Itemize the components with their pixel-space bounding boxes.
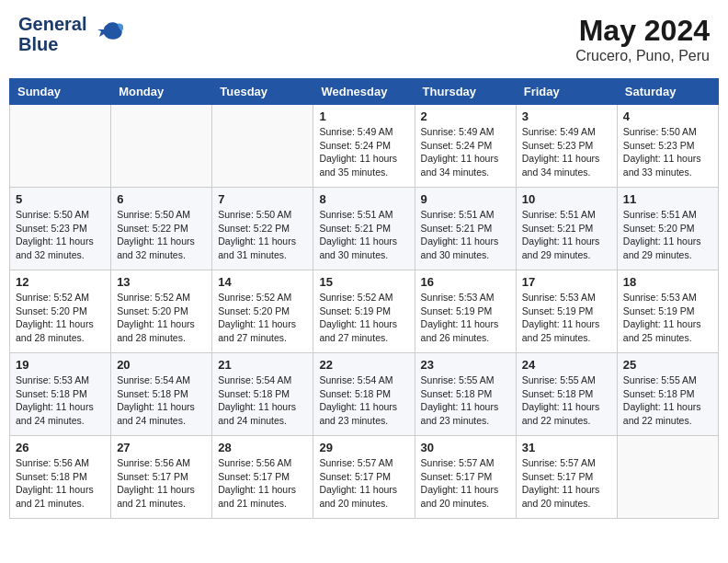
day-number: 4 [623,109,712,123]
day-number: 16 [421,275,510,289]
day-number: 31 [522,441,611,454]
day-info: Sunrise: 5:51 AM Sunset: 5:21 PM Dayligh… [319,208,408,262]
day-of-week-saturday: Saturday [617,79,718,105]
day-info: Sunrise: 5:54 AM Sunset: 5:18 PM Dayligh… [117,373,206,428]
calendar-table: SundayMondayTuesdayWednesdayThursdayFrid… [9,78,719,519]
day-number: 19 [16,358,105,372]
calendar-cell: 18Sunrise: 5:53 AM Sunset: 5:19 PM Dayli… [617,270,718,353]
day-info: Sunrise: 5:49 AM Sunset: 5:23 PM Dayligh… [522,125,611,179]
day-info: Sunrise: 5:54 AM Sunset: 5:18 PM Dayligh… [319,373,408,428]
title-block: May 2024 Crucero, Puno, Peru [575,14,710,64]
calendar-cell [111,105,212,188]
calendar-cell: 30Sunrise: 5:57 AM Sunset: 5:17 PM Dayli… [415,436,516,519]
day-number: 21 [218,358,307,372]
day-info: Sunrise: 5:49 AM Sunset: 5:24 PM Dayligh… [319,125,408,179]
day-info: Sunrise: 5:57 AM Sunset: 5:17 PM Dayligh… [522,456,611,511]
day-number: 26 [16,441,105,454]
day-number: 7 [218,192,307,206]
calendar-cell [10,105,111,188]
calendar-week-1: 1Sunrise: 5:49 AM Sunset: 5:24 PM Daylig… [10,105,719,188]
day-info: Sunrise: 5:53 AM Sunset: 5:19 PM Dayligh… [421,291,510,345]
logo-text2: Blue [18,34,58,54]
day-info: Sunrise: 5:50 AM Sunset: 5:22 PM Dayligh… [218,208,307,262]
main-title: May 2024 [575,14,710,48]
calendar-cell: 29Sunrise: 5:57 AM Sunset: 5:17 PM Dayli… [313,436,415,519]
calendar-cell: 8Sunrise: 5:51 AM Sunset: 5:21 PM Daylig… [313,188,415,270]
subtitle: Crucero, Puno, Peru [575,48,710,64]
calendar-cell: 17Sunrise: 5:53 AM Sunset: 5:19 PM Dayli… [516,270,617,353]
day-number: 12 [16,275,105,289]
calendar-cell: 28Sunrise: 5:56 AM Sunset: 5:17 PM Dayli… [212,436,313,519]
calendar-cell: 7Sunrise: 5:50 AM Sunset: 5:22 PM Daylig… [212,188,313,270]
calendar-week-3: 12Sunrise: 5:52 AM Sunset: 5:20 PM Dayli… [10,270,719,353]
calendar-cell: 24Sunrise: 5:55 AM Sunset: 5:18 PM Dayli… [516,353,617,436]
logo: General Blue [18,14,123,54]
day-of-week-monday: Monday [111,79,212,105]
calendar-body: 1Sunrise: 5:49 AM Sunset: 5:24 PM Daylig… [10,105,719,519]
day-number: 27 [117,441,206,454]
day-number: 5 [16,192,105,206]
day-info: Sunrise: 5:49 AM Sunset: 5:24 PM Dayligh… [421,125,510,179]
calendar-cell: 3Sunrise: 5:49 AM Sunset: 5:23 PM Daylig… [516,105,617,188]
day-info: Sunrise: 5:52 AM Sunset: 5:20 PM Dayligh… [218,291,307,345]
day-number: 29 [319,441,408,454]
day-info: Sunrise: 5:51 AM Sunset: 5:21 PM Dayligh… [421,208,510,262]
day-number: 13 [117,275,206,289]
calendar-cell: 22Sunrise: 5:54 AM Sunset: 5:18 PM Dayli… [313,353,415,436]
day-of-week-friday: Friday [516,79,617,105]
calendar-cell: 15Sunrise: 5:52 AM Sunset: 5:19 PM Dayli… [313,270,415,353]
day-info: Sunrise: 5:55 AM Sunset: 5:18 PM Dayligh… [522,373,611,428]
day-number: 17 [522,275,611,289]
calendar-cell: 12Sunrise: 5:52 AM Sunset: 5:20 PM Dayli… [10,270,111,353]
day-number: 1 [319,109,408,123]
calendar-cell: 31Sunrise: 5:57 AM Sunset: 5:17 PM Dayli… [516,436,617,519]
calendar-week-5: 26Sunrise: 5:56 AM Sunset: 5:18 PM Dayli… [10,436,719,519]
day-info: Sunrise: 5:50 AM Sunset: 5:22 PM Dayligh… [117,208,206,262]
day-info: Sunrise: 5:52 AM Sunset: 5:20 PM Dayligh… [16,291,105,345]
day-number: 10 [522,192,611,206]
calendar-cell: 19Sunrise: 5:53 AM Sunset: 5:18 PM Dayli… [10,353,111,436]
calendar-cell: 25Sunrise: 5:55 AM Sunset: 5:18 PM Dayli… [617,353,718,436]
day-number: 25 [623,358,712,372]
day-info: Sunrise: 5:53 AM Sunset: 5:18 PM Dayligh… [16,373,105,428]
calendar-cell: 6Sunrise: 5:50 AM Sunset: 5:22 PM Daylig… [111,188,212,270]
day-info: Sunrise: 5:56 AM Sunset: 5:17 PM Dayligh… [117,456,206,511]
day-number: 3 [522,109,611,123]
day-of-week-wednesday: Wednesday [313,79,415,105]
calendar-cell: 1Sunrise: 5:49 AM Sunset: 5:24 PM Daylig… [313,105,415,188]
day-info: Sunrise: 5:54 AM Sunset: 5:18 PM Dayligh… [218,373,307,428]
day-number: 30 [421,441,510,454]
day-number: 15 [319,275,408,289]
day-info: Sunrise: 5:56 AM Sunset: 5:17 PM Dayligh… [218,456,307,511]
day-info: Sunrise: 5:51 AM Sunset: 5:21 PM Dayligh… [522,208,611,262]
calendar-cell: 11Sunrise: 5:51 AM Sunset: 5:20 PM Dayli… [617,188,718,270]
day-info: Sunrise: 5:57 AM Sunset: 5:17 PM Dayligh… [319,456,408,511]
day-info: Sunrise: 5:55 AM Sunset: 5:18 PM Dayligh… [623,373,712,428]
calendar-cell: 14Sunrise: 5:52 AM Sunset: 5:20 PM Dayli… [212,270,313,353]
calendar-header: SundayMondayTuesdayWednesdayThursdayFrid… [10,79,719,105]
page-header: General Blue May 2024 Crucero, Puno, Per… [9,9,719,69]
calendar-cell [212,105,313,188]
calendar-cell: 2Sunrise: 5:49 AM Sunset: 5:24 PM Daylig… [415,105,516,188]
calendar-cell: 10Sunrise: 5:51 AM Sunset: 5:21 PM Dayli… [516,188,617,270]
day-number: 2 [421,109,510,123]
day-number: 11 [623,192,712,206]
day-info: Sunrise: 5:50 AM Sunset: 5:23 PM Dayligh… [16,208,105,262]
calendar-cell: 5Sunrise: 5:50 AM Sunset: 5:23 PM Daylig… [10,188,111,270]
calendar-cell [617,436,718,519]
calendar-cell: 20Sunrise: 5:54 AM Sunset: 5:18 PM Dayli… [111,353,212,436]
day-number: 9 [421,192,510,206]
calendar-cell: 26Sunrise: 5:56 AM Sunset: 5:18 PM Dayli… [10,436,111,519]
day-info: Sunrise: 5:56 AM Sunset: 5:18 PM Dayligh… [16,456,105,511]
day-info: Sunrise: 5:55 AM Sunset: 5:18 PM Dayligh… [421,373,510,428]
day-info: Sunrise: 5:52 AM Sunset: 5:19 PM Dayligh… [319,291,408,345]
calendar-cell: 13Sunrise: 5:52 AM Sunset: 5:20 PM Dayli… [111,270,212,353]
day-number: 28 [218,441,307,454]
day-of-week-tuesday: Tuesday [212,79,313,105]
day-number: 24 [522,358,611,372]
days-of-week-row: SundayMondayTuesdayWednesdayThursdayFrid… [10,79,719,105]
calendar-week-2: 5Sunrise: 5:50 AM Sunset: 5:23 PM Daylig… [10,188,719,270]
day-number: 14 [218,275,307,289]
calendar-cell: 23Sunrise: 5:55 AM Sunset: 5:18 PM Dayli… [415,353,516,436]
logo-bird-icon [90,20,123,48]
